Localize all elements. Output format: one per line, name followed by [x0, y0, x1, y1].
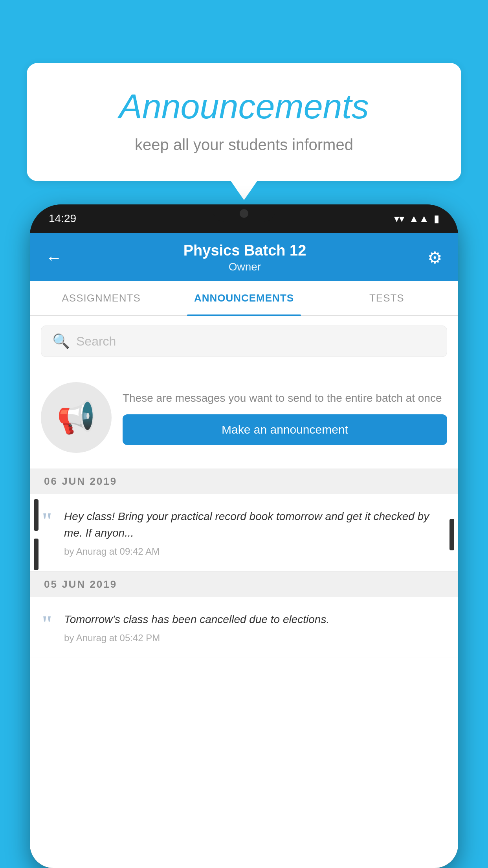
search-bar[interactable]: 🔍 Search — [41, 326, 447, 357]
signal-icon: ▲▲ — [409, 213, 429, 225]
quote-icon-1: " — [41, 510, 53, 532]
volume-buttons — [34, 499, 39, 570]
tab-tests[interactable]: TESTS — [316, 281, 458, 315]
power-button-area — [449, 519, 454, 550]
power-button[interactable] — [449, 519, 454, 550]
volume-down-button[interactable] — [34, 539, 39, 570]
header-title-area: Physics Batch 12 Owner — [183, 242, 306, 273]
notch — [213, 204, 275, 222]
date-separator-1: 06 JUN 2019 — [30, 469, 458, 494]
announcement-meta-1: by Anurag at 09:42 AM — [64, 546, 447, 557]
search-container: 🔍 Search — [30, 316, 458, 366]
phone-mockup: 14:29 ▾▾ ▲▲ ▮ ← Physics Batch 12 Owner ⚙ — [30, 204, 458, 868]
tab-assignments[interactable]: ASSIGNMENTS — [30, 281, 172, 315]
announcement-text-1: Hey class! Bring your practical record b… — [64, 508, 447, 541]
tabs-bar: ASSIGNMENTS ANNOUNCEMENTS TESTS — [30, 281, 458, 316]
announcement-item-2: " Tomorrow's class has been cancelled du… — [30, 597, 458, 658]
status-time: 14:29 — [49, 212, 76, 225]
search-icon: 🔍 — [52, 333, 70, 349]
promo-right: These are messages you want to send to t… — [123, 390, 447, 445]
tab-announcements[interactable]: ANNOUNCEMENTS — [172, 281, 315, 315]
wifi-icon: ▾▾ — [394, 213, 404, 225]
front-camera — [240, 209, 248, 218]
announcement-item-1: " Hey class! Bring your practical record… — [30, 494, 458, 572]
date-separator-2: 05 JUN 2019 — [30, 572, 458, 597]
speech-bubble-container: Announcements keep all your students inf… — [27, 63, 461, 181]
speech-bubble-title: Announcements — [58, 86, 430, 127]
phone-screen: ← Physics Batch 12 Owner ⚙ ASSIGNMENTS A… — [30, 233, 458, 868]
search-placeholder: Search — [76, 334, 116, 349]
back-button[interactable]: ← — [46, 248, 62, 267]
settings-icon[interactable]: ⚙ — [427, 248, 442, 267]
announcement-text-2: Tomorrow's class has been cancelled due … — [64, 611, 447, 628]
promo-description: These are messages you want to send to t… — [123, 390, 447, 406]
make-announcement-button[interactable]: Make an announcement — [123, 414, 447, 445]
megaphone-icon: 📢 — [57, 399, 96, 436]
header-role: Owner — [183, 261, 306, 273]
announcement-promo: 📢 These are messages you want to send to… — [30, 366, 458, 469]
status-bar: 14:29 ▾▾ ▲▲ ▮ — [30, 204, 458, 233]
speech-bubble: Announcements keep all your students inf… — [27, 63, 461, 181]
status-icons: ▾▾ ▲▲ ▮ — [394, 213, 439, 225]
app-header: ← Physics Batch 12 Owner ⚙ — [30, 233, 458, 281]
battery-icon: ▮ — [434, 213, 439, 225]
announcement-content-1: Hey class! Bring your practical record b… — [64, 508, 447, 557]
announcement-content-2: Tomorrow's class has been cancelled due … — [64, 611, 447, 644]
speech-bubble-subtitle: keep all your students informed — [58, 136, 430, 154]
volume-up-button[interactable] — [34, 499, 39, 531]
header-top: ← Physics Batch 12 Owner ⚙ — [46, 242, 442, 281]
quote-icon-2: " — [41, 613, 53, 635]
batch-name: Physics Batch 12 — [183, 242, 306, 259]
megaphone-circle: 📢 — [41, 382, 112, 453]
announcement-meta-2: by Anurag at 05:42 PM — [64, 633, 447, 644]
